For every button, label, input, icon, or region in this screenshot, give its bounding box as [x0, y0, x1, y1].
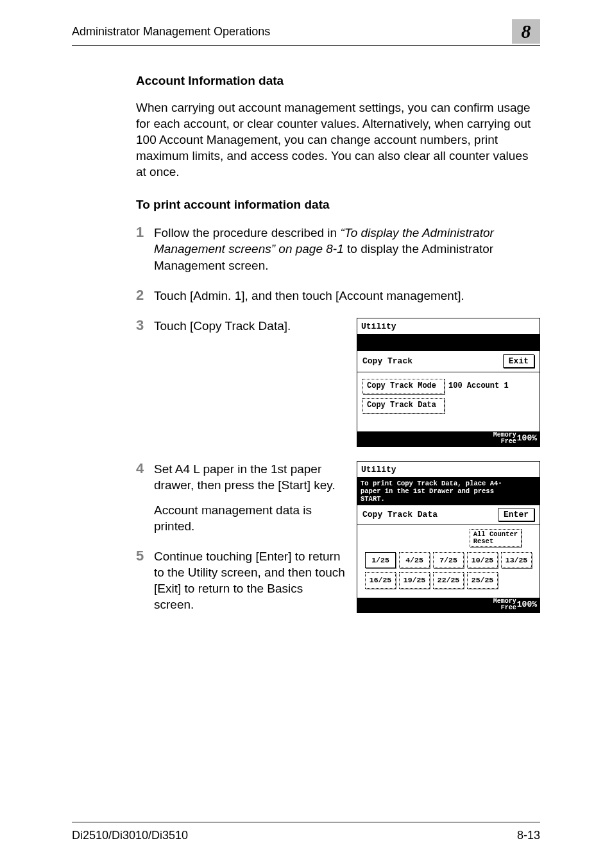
page-row-1: 1/25 4/25 7/25 10/25 13/25 [362, 552, 534, 568]
step-2-text: Touch [Admin. 1], and then touch [Accoun… [154, 288, 540, 304]
footer-right: 8-13 [517, 829, 540, 842]
shot1-blackband [357, 334, 540, 351]
page-btn-13-25[interactable]: 13/25 [501, 552, 532, 568]
shot2-title: Utility [357, 462, 540, 478]
shot1-title: Utility [357, 318, 540, 334]
shot2-instructions: To print Copy Track Data, place A4▫ pape… [357, 478, 540, 505]
page-btn-7-25[interactable]: 7/25 [433, 552, 464, 568]
shot2-mem-label1: Memory [493, 598, 516, 605]
all-counter-reset-button[interactable]: All Counter Reset [470, 529, 522, 547]
step-number-3: 3 [136, 318, 154, 447]
section-intro: When carrying out account management set… [136, 100, 540, 180]
step-1-text: Follow the procedure described in “To di… [154, 225, 540, 273]
shot2-heading: Copy Track Data [362, 509, 438, 520]
chapter-number: 8 [522, 21, 531, 42]
page-row-2: 16/25 19/25 22/25 25/25 [362, 572, 534, 588]
shot2-mem-value: 100% [517, 600, 537, 609]
copy-track-data-button[interactable]: Copy Track Data [362, 398, 445, 413]
chapter-box: 8 [512, 19, 540, 44]
subheading: To print account information data [136, 198, 540, 212]
enter-button[interactable]: Enter [498, 508, 534, 521]
shot1-heading: Copy Track [362, 356, 412, 367]
section-heading: Account Information data [136, 74, 540, 88]
page-btn-19-25[interactable]: 19/25 [399, 572, 430, 588]
step-1-pre: Follow the procedure described in [154, 226, 340, 239]
page-btn-4-25[interactable]: 4/25 [399, 552, 430, 568]
shot1-mem-value: 100% [517, 434, 537, 443]
account-info-text: 100 Account 1 [448, 381, 509, 392]
shot1-mem-label2: Free [493, 438, 516, 446]
screenshot-copy-track: Utility Copy Track Exit Copy Track Mode … [357, 318, 540, 447]
shot2-footer: Memory Free 100% [357, 598, 540, 612]
page-btn-25-25[interactable]: 25/25 [467, 572, 498, 588]
step-number-2: 2 [136, 288, 154, 304]
copy-track-mode-button[interactable]: Copy Track Mode [362, 379, 445, 394]
shot1-mem-label1: Memory [493, 431, 516, 438]
footer-left: Di2510/Di3010/Di3510 [72, 829, 188, 842]
page-btn-22-25[interactable]: 22/25 [433, 572, 464, 588]
shot2-mem-label2: Free [493, 605, 516, 612]
step-3-text: Touch [Copy Track Data]. [154, 318, 345, 334]
header-title: Administrator Management Operations [72, 25, 270, 39]
header-rule [72, 45, 540, 46]
exit-button[interactable]: Exit [503, 354, 534, 368]
step-4-line2: Account management data is printed. [154, 502, 345, 534]
footer-rule [72, 822, 540, 822]
step-number-5: 5 [136, 548, 154, 612]
screenshot-copy-track-data: Utility To print Copy Track Data, place … [357, 461, 540, 613]
page-btn-empty [501, 572, 532, 588]
page-btn-1-25[interactable]: 1/25 [365, 552, 396, 568]
page-btn-16-25[interactable]: 16/25 [365, 572, 396, 588]
step-4-line1: Set A4 L paper in the 1st paper drawer, … [154, 461, 345, 493]
page-btn-10-25[interactable]: 10/25 [467, 552, 498, 568]
step-number-1: 1 [136, 225, 154, 273]
shot1-footer: Memory Free 100% [357, 431, 540, 446]
step-5-text: Continue touching [Enter] to return to t… [154, 548, 345, 612]
